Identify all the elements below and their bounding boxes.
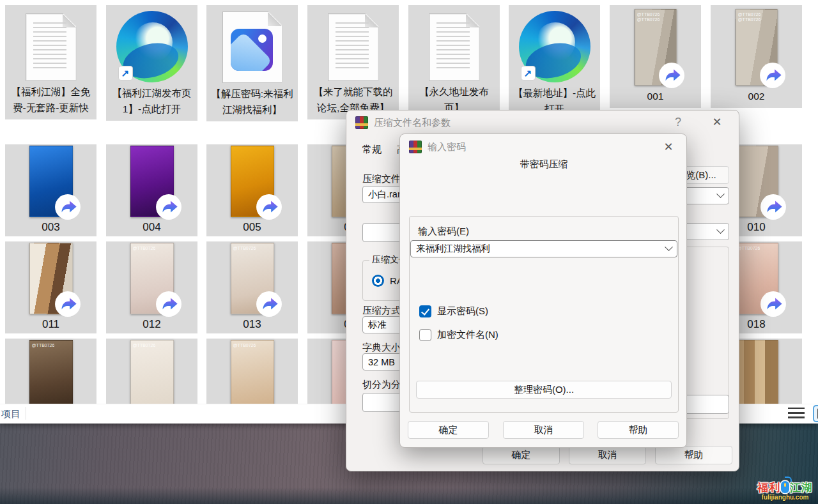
site-logo-word2: 江湖 <box>790 482 813 494</box>
thumbnail-watermark: @TTB0726@TTB0726 <box>738 12 761 22</box>
video-thumbnail: @TTB0726 <box>231 340 274 404</box>
file-tile[interactable]: @TTB0726@TTB0726001 <box>610 5 701 108</box>
password-input[interactable]: 来福利江湖找福利 <box>410 240 677 257</box>
video-thumbnail <box>29 243 73 314</box>
method-value: 标准 <box>368 319 387 331</box>
chevron-down-icon <box>716 190 725 198</box>
video-thumbnail <box>735 146 778 217</box>
password-cancel-button[interactable]: 取消 <box>503 421 584 439</box>
archive-cancel-button[interactable]: 取消 <box>569 446 646 464</box>
shortcut-arrow-icon: ↗ <box>521 66 536 80</box>
file-label: 012 <box>141 316 162 332</box>
file-tile[interactable]: 【来了就能下载的论坛,全部免费】 <box>307 5 399 119</box>
close-icon[interactable]: ✕ <box>708 114 726 130</box>
screen: 福利江湖 fulijianghu.com 【福利江湖】全免费-无套路-更新快↗【… <box>0 0 818 504</box>
video-thumbnail: @TTB0726@TTB0726 <box>736 9 778 86</box>
site-domain: fulijianghu.com <box>757 494 813 501</box>
file-label: 003 <box>40 219 61 235</box>
password-dialog-header: 带密码压缩 <box>400 158 688 171</box>
archive-dialog-title: 压缩文件名和参数 <box>374 117 451 129</box>
show-password-label: 显示密码(S) <box>437 305 488 317</box>
thumbnail-view-icon[interactable] <box>813 405 818 422</box>
file-tile[interactable]: @TTB0726 <box>206 339 298 404</box>
organize-passwords-button[interactable]: 整理密码(O)... <box>416 381 672 399</box>
video-thumbnail: @TTB0726 <box>29 340 73 404</box>
password-value: 来福利江湖找福利 <box>416 243 490 255</box>
video-thumbnail <box>130 146 174 217</box>
file-label: 013 <box>241 316 263 332</box>
file-tile[interactable]: @TTB0726012 <box>106 241 197 333</box>
password-input-label: 输入密码(E) <box>418 225 469 238</box>
file-label: 018 <box>745 316 767 332</box>
password-ok-button[interactable]: 确定 <box>408 421 489 439</box>
file-tile[interactable]: @TTB0726 <box>106 339 197 404</box>
file-label: 001 <box>645 88 666 104</box>
file-tile[interactable]: 【福利江湖】全免费-无套路-更新快 <box>5 5 96 119</box>
video-thumbnail: @TTB0726@TTB0726 <box>635 9 677 86</box>
password-help-button[interactable]: 帮助 <box>598 421 679 439</box>
file-tile[interactable]: ↗【福利江湖发布页1】-点此打开 <box>106 5 197 121</box>
video-overlay-icon <box>759 62 786 89</box>
winrar-icon <box>409 141 422 153</box>
text-file-icon <box>328 13 379 81</box>
file-label: 002 <box>746 88 767 104</box>
file-tile[interactable]: 005 <box>206 144 298 236</box>
image-file-icon <box>222 11 282 83</box>
archive-name-value: 小白.rar <box>368 188 401 201</box>
edge-browser-icon: ↗ <box>116 11 188 82</box>
file-label: 【福利江湖发布页1】-点此打开 <box>106 85 197 117</box>
file-tile[interactable]: @TTB0726013 <box>206 241 298 333</box>
video-overlay-icon <box>658 62 685 89</box>
archive-help-button[interactable]: 帮助 <box>655 446 732 464</box>
text-file-icon <box>26 13 77 81</box>
thumbnail-watermark: @TTB0726 <box>233 246 256 251</box>
file-tile[interactable]: 003 <box>5 144 96 236</box>
thumbnail-watermark: @TTB0726@TTB0726 <box>637 12 660 22</box>
shortcut-arrow-icon: ↗ <box>118 66 133 80</box>
encrypt-names-checkbox[interactable]: 加密文件名(N) <box>419 329 498 341</box>
radio-selected-icon <box>372 275 384 287</box>
file-label: 【福利江湖】全免费-无套路-更新快 <box>5 84 96 116</box>
thumbnail-watermark: @TTB0726 <box>233 343 256 348</box>
show-password-checkbox[interactable]: 显示密码(S) <box>419 305 488 317</box>
video-thumbnail: @TTB0726 <box>130 340 174 404</box>
video-overlay-icon <box>256 291 282 317</box>
close-icon[interactable]: ✕ <box>660 139 677 155</box>
file-tile[interactable]: 【永久地址发布页】 <box>408 5 500 119</box>
password-dialog-title: 输入密码 <box>428 141 466 153</box>
file-tile[interactable]: @TTB0726@TTB0726002 <box>711 5 802 108</box>
video-overlay-icon <box>155 291 182 317</box>
password-dialog: 输入密码 ✕ 带密码压缩 输入密码(E) 来福利江湖找福利 显示密码(S) 加密… <box>399 134 687 448</box>
text-file-icon <box>429 13 480 81</box>
site-watermark-logo: 福利江湖 fulijianghu.com <box>757 481 813 501</box>
thumbnail-watermark: @TTB0726 <box>133 343 156 348</box>
thumbnail-watermark: @TTB0726 <box>32 343 55 348</box>
thumbnail-watermark: @TTB0726 <box>737 246 760 251</box>
thumbnail-watermark: @TTB0726 <box>133 246 156 251</box>
file-tile[interactable]: 011 <box>5 241 96 333</box>
chevron-down-icon <box>716 225 725 234</box>
video-thumbnail <box>29 146 73 217</box>
video-overlay-icon <box>760 194 787 220</box>
video-overlay-icon <box>760 291 787 317</box>
file-label: 004 <box>141 219 162 235</box>
help-icon[interactable]: ? <box>669 114 687 130</box>
video-thumbnail: @TTB0726 <box>130 243 174 314</box>
archive-ok-button[interactable]: 确定 <box>482 446 560 464</box>
file-tile[interactable]: @TTB0726 <box>5 339 96 404</box>
video-overlay-icon <box>54 194 81 220</box>
edge-browser-icon: ↗ <box>519 11 590 82</box>
file-tile[interactable]: 004 <box>106 144 197 236</box>
tab-general[interactable]: 常规 <box>362 144 382 156</box>
video-overlay-icon <box>54 291 81 317</box>
video-thumbnail: @TTB0726 <box>735 243 778 314</box>
winrar-icon <box>355 116 368 129</box>
checkbox-unchecked-icon <box>419 329 431 341</box>
statusbar-divider <box>26 407 26 420</box>
file-tile[interactable]: 【解压密码:来福利江湖找福利】 <box>206 5 298 121</box>
list-view-icon[interactable] <box>787 408 806 420</box>
file-tile[interactable]: ↗【最新地址】-点此打开 <box>509 5 600 121</box>
video-thumbnail: @TTB0726 <box>231 243 274 314</box>
items-count-label: 项目 <box>1 408 20 420</box>
chevron-down-icon <box>665 243 673 251</box>
